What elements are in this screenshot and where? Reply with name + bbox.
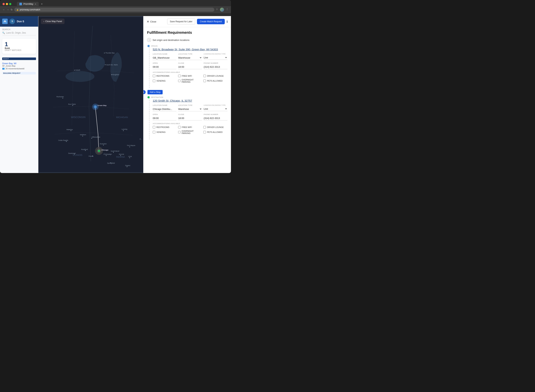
dest-acc-pets[interactable]: PETS ALLOWED — [203, 130, 227, 134]
dest-close-field: CLOSE — [178, 113, 202, 121]
bookmark-icon[interactable]: ☆ — [216, 8, 218, 12]
search-input-wrap[interactable]: 🔍 Lane ID, Origin, Des — [2, 32, 36, 35]
destination-dot — [148, 96, 150, 98]
svg-point-44 — [103, 145, 104, 145]
origin-section: ORIGIN 520 N. Broadway St, Suite 390, Gr… — [149, 45, 227, 88]
origin-close-input[interactable] — [178, 65, 202, 69]
url-text: prizmway.com/match — [20, 8, 40, 11]
sidebar-header: S Duo S — [0, 16, 38, 27]
svg-text:Houghton: Houghton — [112, 74, 119, 75]
tab-prizmway[interactable]: PrizmWay ✕ — [17, 2, 39, 6]
origin-open-input[interactable] — [153, 65, 176, 69]
app-logo-icon — [2, 19, 8, 24]
user-avatar[interactable] — [220, 8, 224, 12]
origin-pets-checkbox[interactable] — [203, 79, 206, 82]
destination-address[interactable]: 120 Smith St, Chicago, IL 32757 — [153, 99, 227, 102]
dest-wifi-label: FREE WIFI — [182, 126, 192, 128]
origin-acc-pets[interactable]: PETS ALLOWED — [203, 79, 227, 83]
dest-acc-overnight[interactable]: OVERNIGHT PARKING — [178, 130, 202, 134]
origin-vending-checkbox[interactable] — [153, 79, 155, 82]
svg-point-56 — [98, 150, 100, 152]
tab-close-icon[interactable]: ✕ — [35, 3, 36, 5]
panel-header: ✕ Close Save Request for Later Create Ma… — [143, 16, 231, 27]
origin-vending-label: VENDING — [156, 80, 166, 82]
origin-acc-wifi[interactable]: FREE WIFI — [178, 75, 202, 77]
origin-acc-lounge[interactable]: DRIVER LOUNGE — [203, 75, 227, 77]
save-later-btn[interactable]: Save Request for Later — [167, 19, 195, 24]
origin-restrooms-checkbox[interactable] — [153, 75, 155, 77]
svg-text:Sault Ste. Marie: Sault Ste. Marie — [106, 64, 118, 66]
maximize-window-btn[interactable] — [9, 3, 11, 5]
origin-acc-restrooms[interactable]: RESTROOMS — [153, 75, 177, 77]
dest-close-input[interactable] — [178, 116, 202, 121]
back-btn[interactable]: ← — [3, 8, 5, 11]
origin-acc-overnight[interactable]: OVERNIGHT PARKING — [178, 79, 202, 83]
origin-form-grid-2: OPEN CLOSE PHONE NUMBER — [153, 62, 227, 69]
add-stop-btn[interactable]: Add a Stop — [148, 90, 163, 94]
forward-btn[interactable]: → — [7, 8, 9, 11]
minimize-window-btn[interactable] — [6, 3, 8, 5]
dest-open-label: OPEN — [153, 113, 176, 115]
svg-text:Peoria: Peoria — [89, 155, 93, 157]
new-tab-btn[interactable]: + — [39, 2, 44, 6]
svg-point-32 — [120, 155, 121, 156]
close-panel-btn[interactable]: ✕ Close — [147, 20, 156, 23]
origin-loading-type-field: LOADING/UNLOADING TYPE Live Drop Live/Dr… — [204, 53, 227, 60]
origin-restrooms-label: RESTROOMS — [156, 75, 169, 77]
dest-location-type-select[interactable]: Warehose Warehouse Distribution Center P… — [178, 107, 202, 111]
dest-acc-wifi[interactable]: FREE WIFI — [178, 126, 202, 128]
origin-lounge-checkbox[interactable] — [203, 75, 206, 77]
dest-open-input[interactable] — [153, 116, 176, 121]
origin-address[interactable]: 520 N. Broadway St, Suite 390, Green Bay… — [153, 48, 227, 51]
svg-text:Springfield: Springfield — [107, 162, 115, 164]
dest-phone-input[interactable] — [204, 116, 227, 121]
dest-lounge-checkbox[interactable] — [203, 126, 206, 128]
search-placeholder: Lane ID, Origin, Des — [6, 32, 26, 34]
map-svg: WISCONSIN ILLINOIS MICHIGAN INDIANA Thun… — [38, 16, 143, 173]
dest-pets-checkbox[interactable] — [203, 131, 206, 133]
dest-overnight-checkbox[interactable] — [178, 131, 181, 133]
origin-wifi-label: FREE WIFI — [182, 75, 192, 77]
origin-loading-select[interactable]: Live Drop Live/Drop — [204, 56, 227, 60]
origin-phone-input[interactable] — [204, 65, 227, 69]
add-stop-plus-icon[interactable]: + — [143, 90, 146, 94]
tab-favicon — [19, 3, 22, 5]
build-number: 1 — [5, 41, 33, 47]
origin-open-label: OPEN — [153, 62, 176, 64]
dest-open-field: OPEN — [153, 113, 176, 121]
origin-wifi-checkbox[interactable] — [178, 75, 181, 77]
lane-sub: SF_Green Bay — [2, 65, 36, 67]
close-map-panel-btn[interactable]: › Close Map Panel — [41, 19, 65, 24]
toolbar-actions: ☆ ⋮ — [216, 8, 228, 12]
destination-label: DESTINATION — [151, 96, 163, 98]
create-match-btn[interactable]: Create Match Request — [197, 19, 225, 24]
origin-acc-vending[interactable]: VENDING — [153, 79, 177, 83]
dest-loading-select[interactable]: Live Drop Live/Drop — [204, 107, 227, 111]
dest-location-name-input[interactable] — [153, 107, 176, 111]
dest-vending-checkbox[interactable] — [153, 131, 155, 133]
close-window-btn[interactable] — [3, 3, 5, 5]
origin-location-type-select[interactable]: Warehouse Distribution Center Port Rail … — [178, 56, 202, 60]
address-bar[interactable]: 🔒 prizmway.com/match — [14, 8, 214, 12]
svg-text:Eau Claire: Eau Claire — [68, 103, 76, 105]
dest-wifi-checkbox[interactable] — [178, 126, 181, 128]
menu-icon[interactable]: ⋮ — [226, 8, 228, 12]
info-icon[interactable]: ℹ — [227, 20, 228, 23]
reload-btn[interactable]: ↻ — [11, 8, 13, 11]
svg-point-8 — [74, 70, 75, 70]
dest-acc-restrooms[interactable]: RESTROOMS — [153, 126, 177, 128]
lane-item[interactable]: Green Bay, WI SF_Green Bay 👥 20 movement… — [0, 61, 38, 71]
origin-overnight-checkbox[interactable] — [178, 79, 181, 82]
dest-pets-label: PETS ALLOWED — [207, 131, 223, 133]
dest-loading-type-field: LOADING/UNLOADING TYPE Live Drop Live/Dr… — [204, 104, 227, 111]
step1-circle: 1 — [147, 38, 151, 42]
origin-close-label: CLOSE — [178, 62, 202, 64]
dest-acc-vending[interactable]: VENDING — [153, 130, 177, 134]
browser-chrome: PrizmWay ✕ + ← → ↻ 🔒 prizmway.com/match … — [0, 0, 231, 16]
svg-point-12 — [111, 74, 112, 75]
dest-restrooms-checkbox[interactable] — [153, 126, 155, 128]
origin-location-name-input[interactable] — [153, 56, 176, 60]
titlebar: PrizmWay ✕ + — [0, 0, 231, 6]
dest-acc-lounge[interactable]: DRIVER LOUNGE — [203, 126, 227, 128]
svg-text:Waterloo: Waterloo — [66, 129, 73, 131]
